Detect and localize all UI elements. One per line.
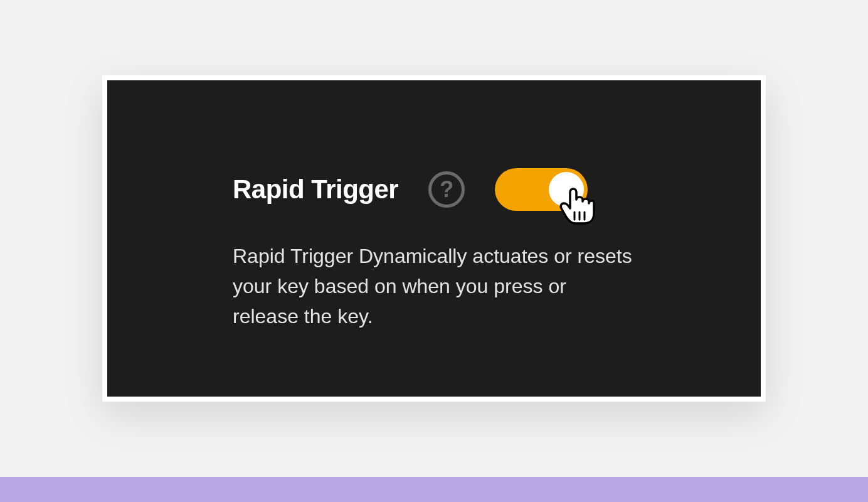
setting-title: Rapid Trigger xyxy=(233,174,398,205)
rapid-trigger-toggle[interactable] xyxy=(495,168,588,211)
toggle-wrapper xyxy=(495,168,588,211)
setting-description: Rapid Trigger Dynamically actuates or re… xyxy=(233,241,634,331)
help-icon[interactable]: ? xyxy=(428,171,465,208)
footer-accent-band xyxy=(0,477,868,502)
settings-card: Rapid Trigger ? Rapid Trigger Dynamicall… xyxy=(102,75,766,402)
help-glyph: ? xyxy=(440,176,453,203)
setting-header-row: Rapid Trigger ? xyxy=(233,168,635,211)
toggle-knob xyxy=(549,172,584,207)
settings-card-body: Rapid Trigger ? Rapid Trigger Dynamicall… xyxy=(107,80,761,397)
